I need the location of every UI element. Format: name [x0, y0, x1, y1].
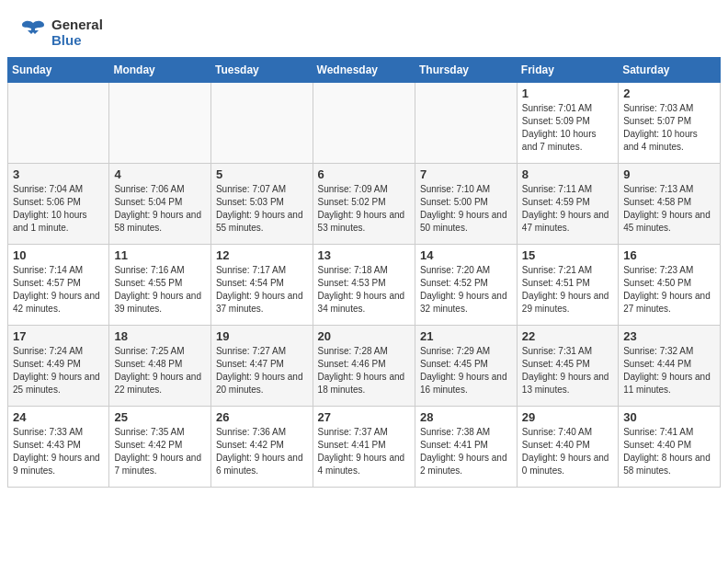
- calendar-cell: 15Sunrise: 7:21 AM Sunset: 4:51 PM Dayli…: [517, 245, 618, 326]
- day-number: 5: [216, 167, 308, 181]
- calendar-cell: 14Sunrise: 7:20 AM Sunset: 4:52 PM Dayli…: [415, 245, 517, 326]
- calendar-cell: 28Sunrise: 7:38 AM Sunset: 4:41 PM Dayli…: [415, 407, 517, 488]
- day-info: Sunrise: 7:18 AM Sunset: 4:53 PM Dayligh…: [318, 264, 410, 316]
- calendar-cell: [8, 83, 109, 164]
- logo-general-text: General: [51, 17, 103, 32]
- calendar-week-row: 24Sunrise: 7:33 AM Sunset: 4:43 PM Dayli…: [8, 407, 721, 488]
- day-info: Sunrise: 7:24 AM Sunset: 4:49 PM Dayligh…: [13, 345, 104, 396]
- day-info: Sunrise: 7:29 AM Sunset: 4:45 PM Dayligh…: [420, 345, 512, 396]
- day-number: 4: [114, 167, 206, 181]
- day-number: 25: [114, 410, 206, 424]
- calendar-cell: 9Sunrise: 7:13 AM Sunset: 4:58 PM Daylig…: [619, 164, 721, 245]
- day-info: Sunrise: 7:35 AM Sunset: 4:42 PM Dayligh…: [114, 426, 206, 477]
- day-info: Sunrise: 7:07 AM Sunset: 5:03 PM Dayligh…: [216, 183, 308, 235]
- day-info: Sunrise: 7:38 AM Sunset: 4:41 PM Dayligh…: [420, 426, 512, 477]
- day-info: Sunrise: 7:36 AM Sunset: 4:42 PM Dayligh…: [216, 426, 308, 477]
- day-number: 19: [216, 329, 308, 343]
- calendar-cell: 22Sunrise: 7:31 AM Sunset: 4:45 PM Dayli…: [517, 326, 618, 407]
- day-info: Sunrise: 7:28 AM Sunset: 4:46 PM Dayligh…: [318, 345, 410, 396]
- day-number: 11: [114, 248, 206, 262]
- calendar-cell: 29Sunrise: 7:40 AM Sunset: 4:40 PM Dayli…: [517, 407, 618, 488]
- day-number: 30: [623, 410, 715, 424]
- calendar-cell: 5Sunrise: 7:07 AM Sunset: 5:03 PM Daylig…: [210, 164, 313, 245]
- day-info: Sunrise: 7:13 AM Sunset: 4:58 PM Dayligh…: [623, 183, 715, 235]
- calendar-cell: 20Sunrise: 7:28 AM Sunset: 4:46 PM Dayli…: [313, 326, 415, 407]
- day-info: Sunrise: 7:23 AM Sunset: 4:50 PM Dayligh…: [623, 264, 715, 316]
- calendar-cell: 8Sunrise: 7:11 AM Sunset: 4:59 PM Daylig…: [517, 164, 618, 245]
- day-info: Sunrise: 7:06 AM Sunset: 5:04 PM Dayligh…: [114, 183, 206, 235]
- day-info: Sunrise: 7:37 AM Sunset: 4:41 PM Dayligh…: [318, 426, 410, 477]
- calendar-cell: [415, 83, 517, 164]
- day-number: 20: [318, 329, 410, 343]
- calendar-cell: 18Sunrise: 7:25 AM Sunset: 4:48 PM Dayli…: [109, 326, 211, 407]
- day-number: 1: [522, 86, 613, 100]
- weekday-header: Saturday: [619, 58, 721, 83]
- logo-text: General Blue: [51, 17, 103, 48]
- weekday-header: Friday: [517, 58, 618, 83]
- day-info: Sunrise: 7:27 AM Sunset: 4:47 PM Dayligh…: [216, 345, 308, 396]
- weekday-row: SundayMondayTuesdayWednesdayThursdayFrid…: [8, 58, 721, 83]
- weekday-header: Monday: [109, 58, 211, 83]
- calendar-cell: 16Sunrise: 7:23 AM Sunset: 4:50 PM Dayli…: [619, 245, 721, 326]
- calendar-cell: 3Sunrise: 7:04 AM Sunset: 5:06 PM Daylig…: [8, 164, 109, 245]
- day-number: 17: [13, 329, 104, 343]
- calendar-header: SundayMondayTuesdayWednesdayThursdayFrid…: [8, 58, 721, 83]
- calendar-cell: 11Sunrise: 7:16 AM Sunset: 4:55 PM Dayli…: [109, 245, 211, 326]
- day-info: Sunrise: 7:41 AM Sunset: 4:40 PM Dayligh…: [623, 426, 715, 477]
- day-number: 14: [420, 248, 512, 262]
- day-info: Sunrise: 7:10 AM Sunset: 5:00 PM Dayligh…: [420, 183, 512, 235]
- day-number: 6: [318, 167, 410, 181]
- weekday-header: Wednesday: [313, 58, 415, 83]
- weekday-header: Tuesday: [210, 58, 313, 83]
- day-number: 15: [522, 248, 613, 262]
- calendar-table: SundayMondayTuesdayWednesdayThursdayFrid…: [7, 57, 721, 488]
- calendar-week-row: 10Sunrise: 7:14 AM Sunset: 4:57 PM Dayli…: [8, 245, 721, 326]
- day-number: 18: [114, 329, 206, 343]
- calendar-cell: 13Sunrise: 7:18 AM Sunset: 4:53 PM Dayli…: [313, 245, 415, 326]
- calendar-week-row: 17Sunrise: 7:24 AM Sunset: 4:49 PM Dayli…: [8, 326, 721, 407]
- calendar-week-row: 1Sunrise: 7:01 AM Sunset: 5:09 PM Daylig…: [8, 83, 721, 164]
- day-info: Sunrise: 7:04 AM Sunset: 5:06 PM Dayligh…: [13, 183, 104, 235]
- day-number: 8: [522, 167, 613, 181]
- day-info: Sunrise: 7:40 AM Sunset: 4:40 PM Dayligh…: [522, 426, 613, 477]
- logo-bird-icon: [18, 17, 48, 47]
- day-number: 2: [623, 86, 715, 100]
- page-header: General Blue: [0, 0, 728, 57]
- weekday-header: Sunday: [8, 58, 109, 83]
- calendar-cell: 6Sunrise: 7:09 AM Sunset: 5:02 PM Daylig…: [313, 164, 415, 245]
- day-number: 23: [623, 329, 715, 343]
- day-info: Sunrise: 7:03 AM Sunset: 5:07 PM Dayligh…: [623, 102, 715, 154]
- logo-blue-text: Blue: [51, 32, 103, 48]
- day-number: 9: [623, 167, 715, 181]
- day-number: 24: [13, 410, 104, 424]
- calendar-cell: 2Sunrise: 7:03 AM Sunset: 5:07 PM Daylig…: [619, 83, 721, 164]
- day-number: 16: [623, 248, 715, 262]
- day-number: 10: [13, 248, 104, 262]
- day-info: Sunrise: 7:14 AM Sunset: 4:57 PM Dayligh…: [13, 264, 104, 316]
- day-info: Sunrise: 7:20 AM Sunset: 4:52 PM Dayligh…: [420, 264, 512, 316]
- calendar-cell: 10Sunrise: 7:14 AM Sunset: 4:57 PM Dayli…: [8, 245, 109, 326]
- calendar-wrapper: SundayMondayTuesdayWednesdayThursdayFrid…: [0, 57, 728, 495]
- day-number: 3: [13, 167, 104, 181]
- calendar-cell: 24Sunrise: 7:33 AM Sunset: 4:43 PM Dayli…: [8, 407, 109, 488]
- weekday-header: Thursday: [415, 58, 517, 83]
- calendar-cell: [313, 83, 415, 164]
- calendar-cell: 17Sunrise: 7:24 AM Sunset: 4:49 PM Dayli…: [8, 326, 109, 407]
- logo: General Blue: [18, 17, 103, 48]
- calendar-cell: 23Sunrise: 7:32 AM Sunset: 4:44 PM Dayli…: [619, 326, 721, 407]
- calendar-cell: 30Sunrise: 7:41 AM Sunset: 4:40 PM Dayli…: [619, 407, 721, 488]
- calendar-cell: [109, 83, 211, 164]
- day-number: 27: [318, 410, 410, 424]
- calendar-cell: 25Sunrise: 7:35 AM Sunset: 4:42 PM Dayli…: [109, 407, 211, 488]
- day-number: 7: [420, 167, 512, 181]
- day-number: 12: [216, 248, 308, 262]
- calendar-cell: 27Sunrise: 7:37 AM Sunset: 4:41 PM Dayli…: [313, 407, 415, 488]
- calendar-cell: 21Sunrise: 7:29 AM Sunset: 4:45 PM Dayli…: [415, 326, 517, 407]
- day-info: Sunrise: 7:11 AM Sunset: 4:59 PM Dayligh…: [522, 183, 613, 235]
- day-info: Sunrise: 7:25 AM Sunset: 4:48 PM Dayligh…: [114, 345, 206, 396]
- day-number: 29: [522, 410, 613, 424]
- calendar-week-row: 3Sunrise: 7:04 AM Sunset: 5:06 PM Daylig…: [8, 164, 721, 245]
- day-info: Sunrise: 7:33 AM Sunset: 4:43 PM Dayligh…: [13, 426, 104, 477]
- calendar-cell: 19Sunrise: 7:27 AM Sunset: 4:47 PM Dayli…: [210, 326, 313, 407]
- day-number: 21: [420, 329, 512, 343]
